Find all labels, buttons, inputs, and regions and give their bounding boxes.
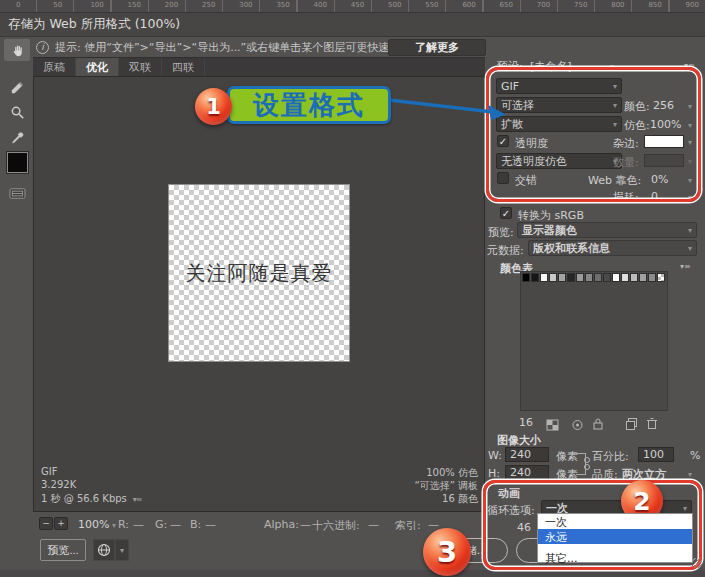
matte-caret-icon[interactable]: ▾	[688, 138, 692, 147]
preview-mode-caret-icon: ▾	[688, 226, 692, 235]
ruler-number: 600	[462, 1, 475, 9]
toggle-slices-button[interactable]	[4, 182, 30, 204]
preview-tabbar: 原稿 优化 双联 四联	[33, 57, 485, 76]
zoom-in-button[interactable]: +	[54, 517, 68, 530]
color-swatch[interactable]	[621, 273, 629, 282]
height-field[interactable]: 240	[505, 465, 549, 480]
ruler-number: 300	[239, 1, 252, 9]
b-label: B:	[190, 518, 201, 531]
color-swatch[interactable]	[585, 273, 593, 282]
color-swatch[interactable]	[603, 273, 611, 282]
dither-label: 仿色:	[624, 118, 650, 133]
color-swatch[interactable]	[522, 273, 530, 282]
menu-item-once[interactable]: 一次	[538, 514, 692, 529]
tab-optimized[interactable]: 优化	[76, 58, 119, 76]
toggle-slices-icon	[9, 186, 26, 201]
colortable-panel-menu-icon[interactable]: ▾≡	[680, 262, 691, 271]
colors-value[interactable]: 256	[653, 99, 674, 112]
transparency-label: 透明度	[515, 136, 548, 151]
preview-mode-dropdown[interactable]: 显示器颜色▾	[517, 222, 697, 238]
link-icon[interactable]	[583, 457, 591, 471]
amount-caret-icon: ▾	[688, 157, 692, 166]
zoom-level-value[interactable]: 100%	[78, 518, 109, 531]
eyedropper-tool-button[interactable]	[4, 127, 30, 149]
dither-method-dropdown[interactable]: 扩散▾	[496, 116, 622, 132]
map-transparency-icon[interactable]	[546, 416, 559, 435]
ruler-number: 550	[425, 1, 438, 9]
ruler-number: 750	[574, 1, 587, 9]
color-swatch[interactable]	[540, 273, 548, 282]
color-swatch[interactable]	[612, 273, 620, 282]
quality-caret-icon[interactable]: ▾	[688, 470, 692, 479]
browser-preview-select[interactable]	[93, 539, 115, 561]
color-swatch[interactable]	[639, 273, 647, 282]
preset-value[interactable]: [未命名]	[530, 59, 572, 74]
zoom-out-button[interactable]: −	[39, 517, 53, 530]
lock-color-icon[interactable]	[592, 415, 604, 434]
preset-caret-icon[interactable]: ▾	[610, 62, 614, 71]
slice-select-tool-button[interactable]	[4, 76, 30, 98]
preview-in-browser-button[interactable]: 预览...	[40, 539, 86, 561]
format-caret-icon: ▾	[613, 82, 617, 91]
delete-color-icon[interactable]	[646, 415, 658, 434]
color-swatch[interactable]	[630, 273, 638, 282]
format-dropdown[interactable]: GIF▾	[496, 78, 622, 94]
step1-annotation: 设置格式	[227, 86, 391, 124]
ruler-number: 200	[165, 1, 178, 9]
lossy-value[interactable]: 0	[651, 190, 658, 203]
matte-color-swatch[interactable]	[644, 135, 684, 148]
status-filesize: 3.292K	[41, 479, 76, 490]
percent-field[interactable]: 100	[638, 447, 674, 462]
learn-more-button[interactable]: 了解更多	[388, 39, 486, 56]
metadata-dropdown[interactable]: 版权和联系信息▾	[528, 240, 697, 256]
websnap-caret-icon[interactable]: ▾	[688, 176, 692, 185]
interlaced-checkbox[interactable]	[497, 172, 509, 184]
lossy-caret-icon[interactable]: ▾	[688, 193, 692, 202]
color-swatch[interactable]	[594, 273, 602, 282]
websnap-value[interactable]: 0%	[651, 173, 668, 186]
image-preview: 关注阿随是真爱	[168, 184, 350, 362]
optimized-preview-canvas[interactable]: 关注阿随是真爱 GIF 3.292K 1 秒 @ 56.6 Kbps▾≡ 100…	[33, 76, 485, 512]
status-menu-icon[interactable]: ▾≡	[133, 495, 142, 504]
step1-arrow	[385, 88, 510, 128]
amount-field	[644, 154, 684, 167]
tab-4up[interactable]: 四联	[162, 58, 205, 76]
status-format: GIF	[41, 466, 57, 477]
transparency-checkbox[interactable]: ✓	[497, 135, 509, 147]
preset-panel-menu-icon[interactable]: ▾≡	[684, 61, 695, 70]
color-swatch[interactable]	[576, 273, 584, 282]
transparency-dither-dropdown[interactable]: 无透明度仿色▾	[496, 153, 622, 169]
eyedropper-color-swatch[interactable]	[7, 152, 28, 173]
tab-2up[interactable]: 双联	[119, 58, 162, 76]
zoom-caret-icon[interactable]: ▾	[112, 521, 116, 530]
menu-item-other[interactable]: 其它...	[538, 550, 692, 565]
color-swatch[interactable]	[531, 273, 539, 282]
browser-globe-icon	[97, 543, 111, 557]
menu-item-forever[interactable]: 永远	[538, 529, 692, 544]
zoom-tool-button[interactable]	[4, 101, 30, 123]
height-unit: 像素	[556, 467, 578, 482]
colors-caret-icon[interactable]: ▾	[688, 102, 692, 111]
tab-original[interactable]: 原稿	[33, 58, 76, 76]
browser-caret-icon[interactable]: ▾	[115, 539, 129, 561]
info-text: 提示: 使用“文件”>“导出”>“导出为...”或右键单击某个图层可更快速地导出…	[55, 40, 444, 55]
resize-grip[interactable]	[692, 558, 702, 568]
color-swatch[interactable]	[558, 273, 566, 282]
new-color-icon[interactable]	[625, 415, 638, 434]
color-swatch[interactable]	[549, 273, 557, 282]
width-field[interactable]: 240	[505, 447, 549, 462]
color-swatch[interactable]	[648, 273, 656, 282]
dither-value[interactable]: 100%	[650, 118, 681, 131]
color-swatch[interactable]	[567, 273, 575, 282]
ruler-number: 350	[276, 1, 289, 9]
dialog-title: 存储为 Web 所用格式 (100%)	[8, 16, 180, 33]
loop-caret-icon: ▾	[683, 504, 687, 513]
hand-tool-button[interactable]	[4, 39, 30, 61]
info-icon: i	[36, 41, 49, 54]
web-shift-icon[interactable]	[571, 416, 584, 435]
color-swatch[interactable]	[657, 273, 665, 282]
color-reduction-dropdown[interactable]: 可选择▾	[496, 97, 622, 113]
convert-srgb-checkbox[interactable]: ✓	[500, 207, 512, 219]
dither-amount-caret-icon[interactable]: ▾	[688, 121, 692, 130]
ruler-number: 150	[128, 1, 141, 9]
